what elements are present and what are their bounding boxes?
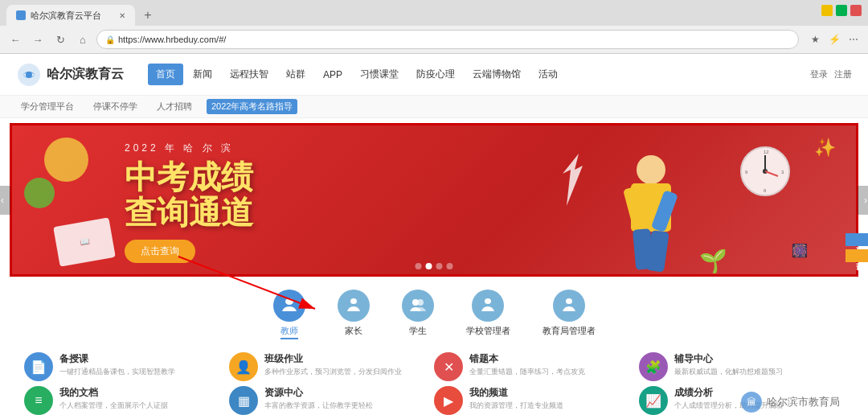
feature-text-wrong: 错题本 全量汇重错题，随率练习，考点攻克 — [469, 352, 634, 377]
banner-decor-book: 📖 — [53, 217, 116, 266]
sub-nav-recruit[interactable]: 人才招聘 — [152, 99, 197, 114]
banner: 📖 2022 年 哈 尔 滨 中考成绩 查询通道 点击查询 — [12, 125, 856, 274]
carousel-next-btn[interactable]: › — [858, 186, 868, 215]
feature-text-channel: 我的频道 我的资源管理，打造专业频道 — [469, 386, 634, 411]
carousel-prev-btn[interactable]: ‹ — [0, 186, 10, 215]
banner-plant: 🌱 — [699, 248, 727, 274]
refresh-btn[interactable]: ↻ — [51, 31, 69, 48]
home-btn[interactable]: ⌂ — [74, 31, 92, 48]
header-right: 登录 注册 — [810, 68, 852, 80]
feature-wrong-book[interactable]: ✕ 错题本 全量汇重错题，随率练习，考点攻克 — [434, 352, 634, 381]
main-nav: 首页 新闻 远程扶智 站群 APP 习惯课堂 防疫心理 云端博物馆 活动 — [148, 64, 810, 85]
feature-text-homework: 班级作业 多种作业形式，预习浏览管，分发归阅作业 — [264, 352, 429, 377]
feature-resource-center[interactable]: ▦ 资源中心 丰富的教学资源，让你教学更轻松 — [229, 386, 429, 415]
user-tab-teacher[interactable]: 教师 — [273, 290, 305, 339]
window-controls — [821, 5, 862, 16]
site-wrapper: 哈尔滨教育云 首页 新闻 远程扶智 站群 APP 习惯课堂 防疫心理 云端博物馆… — [0, 54, 868, 419]
feature-icon-wrong: ✕ — [434, 352, 463, 381]
dot-2[interactable] — [426, 263, 432, 269]
user-tab-school-admin[interactable]: 学校管理者 — [466, 290, 510, 339]
logo-area: 哈尔滨教育云 — [16, 62, 124, 88]
user-tab-parent[interactable]: 家长 — [338, 290, 370, 339]
logo-icon — [16, 62, 42, 88]
sub-nav-gaokao[interactable]: 2022年高考名路指导 — [207, 99, 297, 114]
forward-btn[interactable]: → — [29, 31, 47, 48]
user-tab-student[interactable]: 学生 — [402, 290, 434, 339]
feature-backup-class[interactable]: 📄 备授课 一键打通精品备课包，实现智慧教学 — [24, 352, 224, 381]
dot-4[interactable] — [447, 263, 453, 269]
feature-my-channel[interactable]: ▶ 我的频道 我的资源管理，打造专业频道 — [434, 386, 634, 415]
side-panel-service[interactable]: 咨询客服 — [845, 233, 868, 246]
banner-clock: 12 3 6 9 — [739, 146, 792, 198]
close-btn[interactable] — [850, 5, 862, 16]
nav-group[interactable]: 站群 — [278, 64, 313, 85]
svg-rect-23 — [485, 298, 491, 304]
school-admin-label: 学校管理者 — [466, 325, 510, 337]
watermark: 🏛 哈尔滨市教育局 — [741, 392, 840, 413]
edu-admin-icon — [553, 290, 585, 322]
nav-app[interactable]: APP — [315, 65, 350, 84]
minimize-btn[interactable] — [821, 5, 833, 16]
tab-close-btn[interactable]: ✕ — [119, 11, 125, 20]
nav-remote[interactable]: 远程扶智 — [222, 64, 276, 85]
feature-icon-score: 📈 — [639, 386, 668, 415]
svg-point-2 — [637, 155, 665, 184]
nav-health[interactable]: 防疫心理 — [408, 64, 463, 85]
edu-admin-label: 教育局管理者 — [542, 325, 596, 337]
extensions-btn[interactable]: ⚡ — [826, 31, 842, 47]
menu-btn[interactable]: ⋯ — [845, 31, 862, 47]
banner-arrow-decor — [542, 150, 591, 214]
banner-year: 2022 年 哈 尔 滨 — [125, 142, 253, 155]
address-bar-row: ← → ↻ ⌂ 🔒 https://www.hrbeduy.com/#/ ★ ⚡… — [0, 26, 868, 53]
new-tab-btn[interactable]: + — [138, 6, 158, 25]
banner-decor-green-circle — [24, 178, 55, 208]
side-panel-parent[interactable]: 家长说 — [845, 249, 868, 262]
svg-rect-18 — [285, 298, 293, 305]
sub-nav-study[interactable]: 停课不停学 — [88, 99, 142, 114]
feature-icon-backup: 📄 — [24, 352, 53, 381]
feature-class-homework[interactable]: 👤 班级作业 多种作业形式，预习浏览管，分发归阅作业 — [229, 352, 429, 381]
banner-figure — [607, 150, 695, 274]
feature-icon-docs: ≡ — [24, 386, 53, 415]
feature-icon-resource: ▦ — [229, 386, 258, 415]
active-tab[interactable]: 哈尔滨教育云平台 ✕ — [6, 5, 135, 26]
user-tab-edu-admin[interactable]: 教育局管理者 — [542, 290, 596, 339]
nav-habit[interactable]: 习惯课堂 — [352, 64, 407, 85]
svg-point-1 — [26, 72, 32, 78]
banner-title-line1: 中考成绩 — [125, 159, 253, 195]
teacher-label: 教师 — [280, 325, 298, 339]
feature-icon-tutoring: 🧩 — [639, 352, 668, 381]
banner-decor-yellow-circle — [44, 138, 88, 182]
login-link[interactable]: 登录 — [810, 68, 828, 80]
tab-title: 哈尔滨教育云平台 — [31, 10, 101, 22]
nav-home[interactable]: 首页 — [148, 64, 183, 85]
banner-cta-btn[interactable]: 点击查询 — [125, 240, 195, 263]
banner-container: ‹ › 📖 2022 年 哈 尔 滨 中考成绩 查询通道 点击查询 — [10, 123, 858, 277]
feature-text-docs: 我的文档 个人档案管理，全面展示个人证据 — [59, 386, 224, 411]
svg-point-22 — [417, 299, 424, 306]
parent-label: 家长 — [345, 325, 362, 337]
dot-1[interactable] — [416, 263, 422, 269]
dot-3[interactable] — [436, 263, 443, 269]
student-label: 学生 — [409, 325, 427, 337]
register-link[interactable]: 注册 — [834, 68, 852, 80]
bookmark-btn[interactable]: ★ — [807, 31, 823, 47]
nav-museum[interactable]: 云端博物馆 — [465, 64, 529, 85]
sub-nav-score[interactable]: 学分管理平台 — [16, 99, 79, 114]
side-panel: 咨询客服 家长说 — [845, 233, 868, 262]
nav-news[interactable]: 新闻 — [185, 64, 220, 85]
tab-favicon — [16, 10, 26, 20]
maximize-btn[interactable] — [836, 5, 847, 16]
back-btn[interactable]: ← — [6, 31, 24, 48]
nav-activity[interactable]: 活动 — [530, 64, 566, 85]
logo-text: 哈尔滨教育云 — [47, 66, 124, 83]
feature-tutoring[interactable]: 🧩 辅导中心 最新权威试题，化解功想难题预习 — [639, 352, 839, 381]
feature-text-tutoring: 辅导中心 最新权威试题，化解功想难题预习 — [674, 352, 839, 377]
lock-icon: 🔒 — [105, 35, 115, 44]
browser-chrome: 哈尔滨教育云平台 ✕ + ← → ↻ ⌂ 🔒 https://www.hrbed… — [0, 0, 868, 54]
svg-rect-24 — [566, 298, 572, 304]
banner-text-area: 2022 年 哈 尔 滨 中考成绩 查询通道 点击查询 — [125, 142, 253, 263]
address-bar[interactable]: 🔒 https://www.hrbeduy.com/#/ — [96, 30, 799, 49]
feature-my-docs[interactable]: ≡ 我的文档 个人档案管理，全面展示个人证据 — [24, 386, 224, 415]
svg-text:12: 12 — [764, 150, 769, 154]
